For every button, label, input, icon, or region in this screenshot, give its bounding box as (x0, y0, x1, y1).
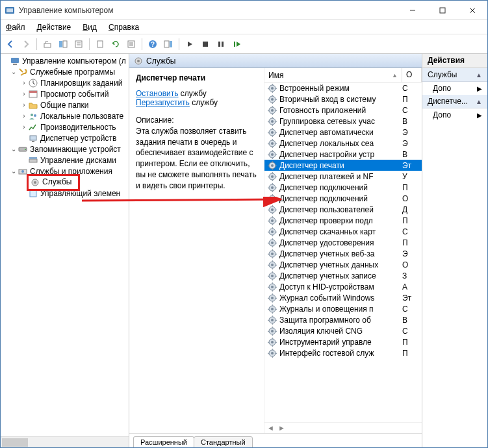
service-row[interactable]: Диспетчер печатиЭт (264, 160, 422, 171)
service-name: Инструментарий управле (279, 338, 402, 347)
service-row[interactable]: Диспетчер платежей и NFУ (264, 171, 422, 182)
tab-extended[interactable]: Расширенный (133, 436, 194, 447)
svg-rect-1 (6, 8, 13, 12)
menu-action[interactable]: Действие (37, 23, 71, 32)
actions-more-2[interactable]: Допо▶ (422, 108, 487, 121)
svg-point-84 (271, 297, 274, 299)
service-row[interactable]: Доступ к HID-устройствамА (264, 281, 422, 292)
svg-rect-29 (29, 91, 37, 93)
refresh-button[interactable] (109, 37, 123, 51)
forward-button[interactable] (19, 37, 33, 51)
tree-pane[interactable]: Управление компьютером (л ⌄Служебные про… (1, 54, 129, 447)
tree-storage[interactable]: ⌄Запоминающие устройст (1, 143, 129, 155)
service-row[interactable]: Диспетчер настройки устрВ (264, 149, 422, 160)
tree-utilities[interactable]: ⌄Служебные программы (1, 66, 129, 77)
service-name: Диспетчер печати (279, 161, 402, 170)
svg-point-74 (271, 242, 274, 244)
tree-eventviewer[interactable]: ›Просмотр событий (1, 88, 129, 99)
service-row[interactable]: Диспетчер учетных веб-заЭ (264, 248, 422, 259)
gear-icon (267, 171, 277, 182)
list-header[interactable]: Имя▲ О (264, 68, 422, 82)
properties-button[interactable] (71, 37, 86, 51)
minimize-button[interactable] (398, 1, 428, 20)
actions-section-services[interactable]: Службы▲ (422, 68, 487, 82)
show-hide-tree-button[interactable] (56, 37, 70, 51)
window-title: Управление компьютером (19, 6, 398, 15)
restart-service-button[interactable] (229, 37, 244, 51)
restart-link[interactable]: Перезапустить (136, 98, 190, 107)
list-button[interactable] (124, 37, 138, 51)
maximize-button[interactable] (428, 1, 457, 20)
service-row[interactable]: Диспетчер проверки подлП (264, 215, 422, 226)
gear-icon (267, 160, 277, 171)
service-row[interactable]: Диспетчер пользователейД (264, 204, 422, 215)
service-row[interactable]: Журнал событий WindowsЭт (264, 292, 422, 303)
up-button[interactable] (40, 37, 55, 51)
tree-devmgr[interactable]: Диспетчер устройств (1, 132, 129, 143)
service-desc-trunc: Д (402, 205, 422, 214)
start-service-button[interactable] (183, 37, 197, 51)
stop-link[interactable]: Остановить (136, 89, 179, 98)
actions-pane: Действия Службы▲ Допо▶ Диспетче...▲ Допо… (422, 54, 487, 447)
svg-point-72 (271, 230, 274, 233)
nav-left-icon[interactable]: ◄ (267, 424, 274, 432)
service-row[interactable]: Диспетчер автоматическиЭ (264, 127, 422, 138)
tree-services[interactable]: Службы (1, 177, 129, 188)
menu-file[interactable]: Файл (6, 23, 25, 32)
tree-root[interactable]: Управление компьютером (л (1, 55, 129, 66)
service-row[interactable]: Диспетчер подключенийП (264, 182, 422, 193)
gear-icon (267, 227, 277, 237)
service-row[interactable]: Диспетчер подключенийО (264, 193, 422, 204)
actions-more-1[interactable]: Допо▶ (422, 82, 487, 95)
tree-sharedfolders[interactable]: ›Общие папки (1, 99, 129, 110)
service-row[interactable]: Изоляция ключей CNGС (264, 325, 422, 336)
stop-service-button[interactable] (198, 37, 212, 51)
export-button[interactable] (93, 37, 107, 51)
service-row[interactable]: Журналы и оповещения пС (264, 303, 422, 314)
svg-rect-25 (11, 58, 19, 63)
service-row[interactable]: Интерфейс гостевой служП (264, 347, 422, 358)
list-nav[interactable]: ◄ ► (264, 422, 422, 433)
service-row[interactable]: Диспетчер учетных данныхО (264, 259, 422, 270)
gear-icon (267, 193, 277, 204)
tree-localusers[interactable]: ›Локальные пользовате (1, 110, 129, 121)
service-row[interactable]: Диспетчер учетных записеЗ (264, 270, 422, 281)
device-icon (28, 133, 38, 143)
col-description[interactable]: О (402, 68, 422, 82)
service-row[interactable]: Встроенный режимС (264, 82, 422, 93)
nav-right-icon[interactable]: ► (278, 424, 285, 432)
tree-scheduler[interactable]: ›Планировщик заданий (1, 77, 129, 88)
col-name[interactable]: Имя▲ (264, 68, 402, 82)
service-row[interactable]: Защита программного обВ (264, 314, 422, 325)
service-row[interactable]: Диспетчер локальных сеаЭ (264, 138, 422, 149)
tab-standard[interactable]: Стандартный (194, 436, 253, 447)
svg-rect-32 (30, 136, 36, 140)
service-row[interactable]: Инструментарий управлеП (264, 336, 422, 347)
pause-service-button[interactable] (214, 37, 228, 51)
help-button[interactable]: ? (146, 37, 160, 51)
svg-point-50 (271, 109, 274, 112)
tree-diskmgr[interactable]: Управление дисками (1, 155, 129, 166)
action-pane-button[interactable] (161, 37, 175, 51)
back-button[interactable] (3, 37, 18, 51)
service-row[interactable]: Диспетчер удостоверенияП (264, 237, 422, 248)
actions-header: Действия (422, 54, 487, 68)
service-row[interactable]: Готовность приложенийС (264, 105, 422, 116)
actions-section-selected[interactable]: Диспетче...▲ (422, 95, 487, 108)
tree-performance[interactable]: ›Производительность (1, 121, 129, 132)
tree-hscrollbar[interactable] (1, 436, 129, 447)
service-row[interactable]: Диспетчер скачанных картС (264, 226, 422, 237)
menu-view[interactable]: Вид (83, 23, 97, 32)
service-desc-trunc: П (402, 349, 422, 358)
service-row[interactable]: Вторичный вход в системуП (264, 93, 422, 105)
close-button[interactable] (457, 1, 487, 20)
svg-point-46 (271, 87, 274, 90)
svg-rect-6 (44, 44, 51, 47)
service-name: Диспетчер подключений (279, 194, 402, 203)
svg-rect-20 (170, 41, 172, 47)
service-row[interactable]: Группировка сетевых учасВ (264, 116, 422, 127)
storage-icon (18, 144, 28, 155)
menu-help[interactable]: Справка (109, 23, 139, 32)
gear-icon (267, 105, 277, 116)
description-label: Описание: (136, 115, 257, 126)
